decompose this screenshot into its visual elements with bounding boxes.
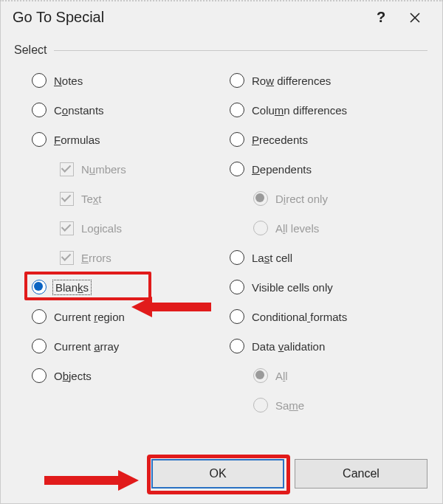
option-objects[interactable]: Objects	[32, 361, 230, 390]
radio-icon	[32, 309, 47, 324]
radio-icon	[32, 280, 47, 294]
option-dependents[interactable]: Dependents	[230, 154, 427, 184]
checkbox-label: Text	[81, 193, 102, 205]
option-last-cell[interactable]: Last cell	[230, 243, 427, 272]
close-icon	[409, 12, 421, 24]
cancel-label: Cancel	[343, 467, 380, 480]
titlebar: Go To Special ?	[1, 1, 442, 33]
option-label: Visible cells only	[252, 281, 333, 294]
radio-icon	[230, 339, 244, 353]
option-column-differences[interactable]: Column differences	[230, 95, 427, 125]
option-blanks[interactable]: Blanks	[32, 272, 230, 302]
option-label: Conditional formats	[252, 311, 347, 323]
dialog-body: Select Notes Constants Formulas	[1, 33, 442, 459]
dependents-subgroup: Direct only All levels	[230, 184, 427, 243]
help-button[interactable]: ?	[364, 9, 398, 26]
option-current-region[interactable]: Current region	[32, 302, 230, 331]
radio-icon	[32, 73, 47, 88]
option-conditional-formats[interactable]: Conditional formats	[230, 302, 427, 331]
checkbox-label: Logicals	[81, 222, 122, 235]
option-direct-only: Direct only	[253, 184, 427, 213]
option-label: Current region	[54, 311, 125, 323]
radio-icon	[32, 103, 47, 117]
radio-icon	[230, 280, 244, 294]
option-notes[interactable]: Notes	[32, 66, 230, 95]
radio-icon	[253, 368, 268, 383]
option-label: Row differences	[252, 75, 331, 87]
checkbox-icon	[60, 251, 74, 265]
option-precedents[interactable]: Precedents	[230, 125, 427, 154]
option-label: All	[275, 370, 288, 382]
right-column: Row differences Column differences Prece…	[230, 66, 427, 420]
option-label: Same	[275, 399, 304, 412]
option-label: Current array	[54, 340, 119, 353]
radio-icon	[230, 162, 244, 176]
radio-icon	[230, 73, 244, 88]
ok-wrap: OK	[151, 459, 284, 489]
go-to-special-dialog: Go To Special ? Select Notes Constants	[0, 0, 443, 504]
ok-label: OK	[209, 467, 226, 480]
option-all-levels: All levels	[253, 213, 427, 243]
radio-icon	[253, 398, 268, 412]
checkbox-icon	[60, 221, 74, 235]
checkbox-label: Errors	[81, 252, 111, 264]
radio-icon	[253, 191, 268, 206]
radio-icon	[230, 132, 244, 147]
radio-icon	[230, 309, 244, 324]
option-label: Blanks	[54, 281, 90, 294]
cancel-button[interactable]: Cancel	[295, 459, 427, 489]
option-label: Constants	[54, 104, 104, 117]
checkbox-text: Text	[60, 184, 230, 213]
group-label-text: Select	[14, 44, 47, 57]
checkbox-label: Numbers	[81, 163, 126, 176]
help-icon: ?	[377, 9, 385, 26]
radio-icon	[230, 103, 244, 117]
validation-subgroup: All Same	[230, 361, 427, 420]
option-same: Same	[253, 390, 427, 420]
dialog-title: Go To Special	[13, 9, 364, 26]
option-label: All levels	[275, 222, 319, 235]
option-label: Precedents	[252, 134, 308, 146]
option-label: Column differences	[252, 104, 347, 117]
option-current-array[interactable]: Current array	[32, 331, 230, 361]
ok-button[interactable]: OK	[151, 459, 284, 489]
option-label: Data validation	[252, 340, 325, 353]
option-label: Objects	[54, 370, 92, 382]
formulas-subgroup: Numbers Text Logicals Errors	[32, 154, 230, 272]
checkbox-icon	[60, 162, 74, 176]
group-divider	[54, 50, 427, 51]
left-column: Notes Constants Formulas Numbers	[32, 66, 230, 420]
radio-icon	[230, 250, 244, 265]
option-label: Formulas	[54, 134, 100, 146]
option-row-differences[interactable]: Row differences	[230, 66, 427, 95]
close-button[interactable]	[398, 12, 432, 24]
checkbox-numbers: Numbers	[60, 154, 230, 184]
checkbox-errors: Errors	[60, 243, 230, 272]
radio-icon	[253, 221, 268, 235]
checkbox-logicals: Logicals	[60, 213, 230, 243]
option-formulas[interactable]: Formulas	[32, 125, 230, 154]
button-row: OK Cancel	[1, 459, 442, 503]
group-label: Select	[14, 44, 427, 57]
radio-icon	[32, 132, 47, 147]
option-constants[interactable]: Constants	[32, 95, 230, 125]
option-all: All	[253, 361, 427, 390]
option-label: Notes	[54, 75, 83, 87]
option-label: Direct only	[275, 193, 328, 205]
options-columns: Notes Constants Formulas Numbers	[14, 61, 427, 420]
option-visible-cells[interactable]: Visible cells only	[230, 272, 427, 302]
option-label: Dependents	[252, 163, 312, 176]
radio-icon	[32, 339, 47, 353]
radio-icon	[32, 368, 47, 383]
option-label: Last cell	[252, 252, 292, 264]
option-data-validation[interactable]: Data validation	[230, 331, 427, 361]
checkbox-icon	[60, 192, 74, 206]
